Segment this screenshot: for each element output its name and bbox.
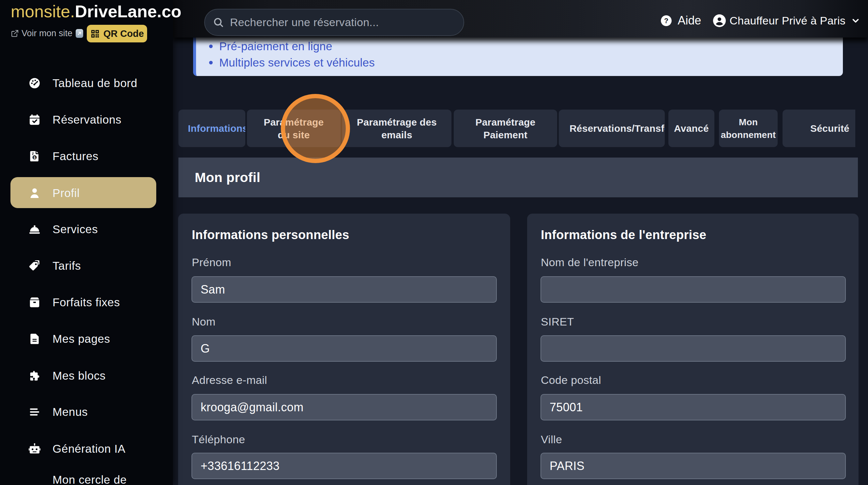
svg-text:$: $ <box>34 156 36 160</box>
svg-text:?: ? <box>664 17 669 25</box>
